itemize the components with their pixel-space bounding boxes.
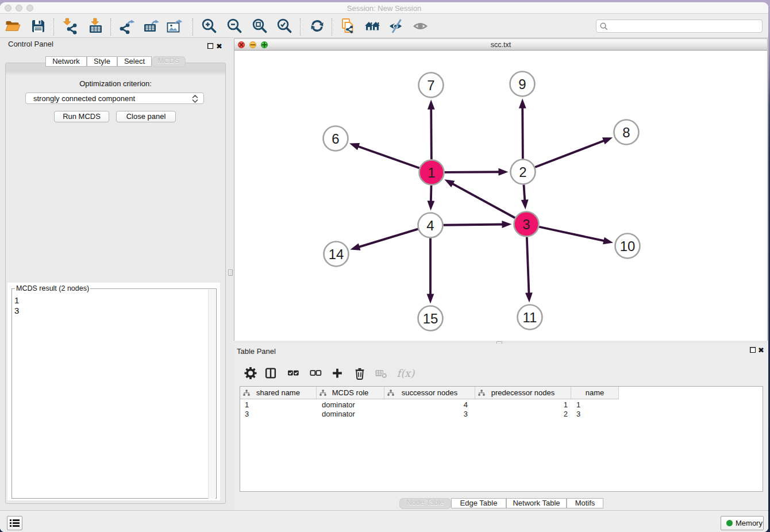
main-toolbar: [0, 14, 768, 38]
open-file-icon[interactable]: [3, 17, 22, 35]
network-canvas[interactable]: 1234678910111415: [234, 51, 767, 341]
column-header-name[interactable]: name: [571, 387, 619, 399]
graph-edge[interactable]: [535, 140, 605, 167]
tab-mcds[interactable]: MCDS: [152, 56, 186, 67]
tab-motifs[interactable]: Motifs: [567, 498, 603, 508]
graph-node-label: 9: [518, 76, 526, 92]
column-header-successor-nodes[interactable]: successor nodes: [384, 387, 475, 399]
graph-node-label: 10: [620, 238, 636, 254]
table-cell[interactable]: 3: [576, 410, 618, 419]
network-view-window: scc.txt 1234678910111415: [234, 38, 768, 341]
graph-edge[interactable]: [523, 184, 525, 201]
toolbar-separator: [53, 18, 54, 36]
show-panels-button[interactable]: [7, 516, 22, 530]
mcds-result-list[interactable]: 13: [14, 295, 19, 315]
run-mcds-button[interactable]: Run MCDS: [54, 111, 109, 122]
table-settings-icon[interactable]: [241, 364, 260, 381]
table-cell[interactable]: 1: [475, 400, 568, 410]
tab-edge-table[interactable]: Edge Table: [451, 498, 506, 508]
graph-edge-arrow: [444, 179, 455, 187]
delete-column-icon[interactable]: [350, 364, 369, 381]
graph-node-label: 14: [329, 246, 344, 262]
refresh-icon[interactable]: [308, 17, 326, 35]
control-panel-float-icon[interactable]: [207, 43, 213, 49]
add-column-icon[interactable]: [328, 364, 347, 381]
zoom-selected-icon[interactable]: [275, 17, 294, 35]
vertical-split-grip[interactable]: [228, 269, 233, 276]
table-panel-close-icon[interactable]: ✖: [758, 347, 764, 353]
zoom-fit-icon[interactable]: [251, 17, 269, 35]
delete-table-icon: [371, 364, 391, 381]
tab-select[interactable]: Select: [117, 56, 152, 67]
network-window-titlebar[interactable]: scc.txt: [234, 39, 767, 51]
export-image-icon[interactable]: [165, 17, 183, 35]
zoom-in-icon[interactable]: [200, 17, 218, 35]
graph-edge[interactable]: [359, 229, 418, 248]
graph-edge-arrow: [521, 199, 529, 209]
graph-edge[interactable]: [443, 224, 503, 225]
graph-edge[interactable]: [444, 172, 499, 172]
graph-node-label: 8: [622, 125, 630, 140]
graph-edge[interactable]: [431, 108, 432, 159]
control-panel-title: Control Panel: [8, 40, 53, 48]
table-cell[interactable]: 4: [384, 400, 468, 410]
export-network-icon[interactable]: [118, 17, 136, 35]
app-window: Session: New Session: [0, 2, 768, 532]
graph-edge[interactable]: [357, 146, 419, 168]
criterion-select[interactable]: strongly connected component: [25, 92, 204, 104]
clone-network-icon[interactable]: [338, 17, 357, 35]
import-network-icon[interactable]: [61, 17, 80, 35]
window-titlebar[interactable]: Session: New Session: [0, 3, 768, 14]
table-panel-float-icon[interactable]: [750, 347, 756, 353]
graph-edge[interactable]: [452, 183, 515, 218]
graph-edge-arrow: [428, 201, 435, 210]
graph-edge-arrow: [602, 137, 613, 144]
column-header-MCDS-role[interactable]: MCDS role: [317, 387, 384, 399]
memory-button[interactable]: Memory: [721, 516, 764, 530]
tab-style[interactable]: Style: [87, 56, 117, 67]
graph-edge[interactable]: [431, 185, 432, 202]
graph-node-label: 3: [522, 217, 530, 232]
hide-panel-icon[interactable]: [387, 17, 406, 35]
save-session-icon[interactable]: [29, 17, 47, 35]
tab-network-table[interactable]: Network Table: [506, 498, 567, 508]
search-icon: [599, 22, 609, 31]
show-panel-icon[interactable]: [412, 17, 430, 35]
select-chevrons-icon: [192, 95, 198, 103]
graph-node-label: 11: [523, 310, 537, 325]
tab-network[interactable]: Network: [45, 56, 87, 67]
graph-node-label: 6: [332, 131, 339, 147]
graph-edge[interactable]: [522, 107, 523, 159]
select-all-icon[interactable]: [283, 364, 303, 381]
table-cell[interactable]: 1: [245, 400, 315, 410]
tab-node-table[interactable]: Node Table: [399, 498, 451, 509]
close-panel-button[interactable]: Close panel: [116, 111, 176, 122]
graph-edge-arrow: [498, 168, 508, 176]
zoom-out-icon[interactable]: [225, 17, 244, 35]
control-panel-close-icon[interactable]: ✖: [216, 43, 222, 49]
column-visibility-icon[interactable]: [261, 364, 280, 381]
graph-edge-arrow: [349, 143, 360, 150]
table-cell[interactable]: 3: [245, 410, 315, 419]
graph-edge[interactable]: [527, 237, 529, 294]
table-cell[interactable]: dominator: [322, 410, 384, 419]
table-cell[interactable]: 1: [576, 400, 618, 410]
toolbar-separator: [332, 18, 332, 36]
mcds-result-group: MCDS result (2 nodes) 13: [11, 288, 217, 499]
result-item[interactable]: 1: [14, 295, 19, 306]
result-item[interactable]: 3: [14, 306, 19, 316]
result-scrollbar[interactable]: [208, 290, 215, 499]
import-table-icon[interactable]: [86, 17, 105, 35]
table-cell[interactable]: dominator: [322, 400, 384, 410]
unselect-all-icon[interactable]: [306, 364, 325, 381]
search-input[interactable]: [610, 21, 759, 32]
column-header-shared-name[interactable]: shared name: [240, 387, 317, 399]
table-cell[interactable]: 3: [384, 410, 468, 419]
column-header-predecessor-nodes[interactable]: predecessor nodes: [475, 387, 571, 399]
graph-edge[interactable]: [539, 227, 605, 241]
home-icon[interactable]: [363, 17, 382, 35]
export-table-icon[interactable]: [142, 17, 160, 35]
table-cell[interactable]: 2: [475, 410, 568, 419]
table-panel-title: Table Panel: [237, 347, 276, 356]
network-graph: 1234678910111415: [234, 51, 767, 341]
